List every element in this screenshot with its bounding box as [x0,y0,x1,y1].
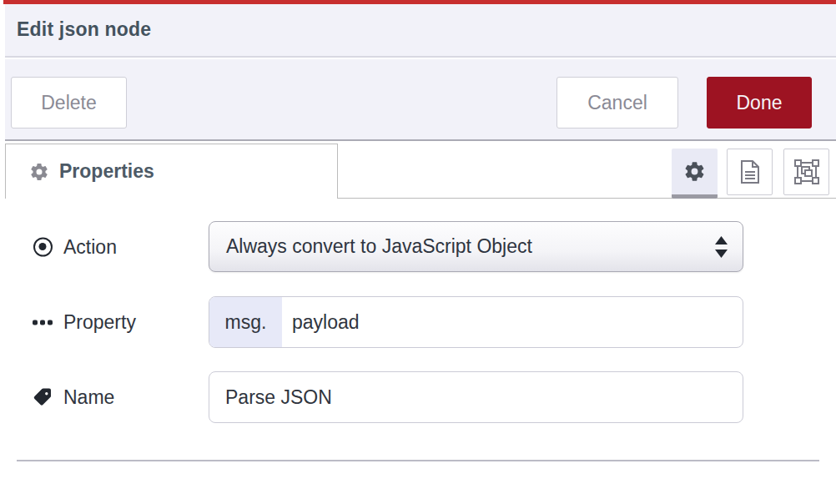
appearance-tool-button[interactable] [783,149,829,195]
ellipsis-icon [32,320,53,325]
select-arrows-icon [715,236,728,258]
tab-properties[interactable]: Properties [5,144,338,199]
action-row: Action Always convert to JavaScript Obje… [0,221,836,272]
property-input-group: msg. [209,296,743,348]
property-label: Property [32,311,136,334]
dialog-toolbar: Delete Cancel Done [5,59,836,141]
dot-circle-icon [32,237,53,256]
file-icon [739,159,761,184]
edit-properties-tool-button[interactable] [672,149,718,199]
property-input[interactable] [282,297,743,347]
name-row: Name [0,371,836,423]
action-select-value: Always convert to JavaScript Object [209,235,715,258]
tag-icon [32,387,53,407]
cancel-button[interactable]: Cancel [556,77,678,129]
action-label: Action [32,235,117,258]
done-button[interactable]: Done [707,77,812,129]
gear-icon [683,160,706,183]
description-tool-button[interactable] [727,149,773,195]
action-select[interactable]: Always convert to JavaScript Object [209,221,743,272]
tab-bar: Properties [0,141,836,199]
name-input-group [209,371,743,423]
appearance-icon [793,159,820,185]
property-row: Property msg. [0,296,836,348]
msg-prefix-badge: msg. [209,297,282,347]
name-input[interactable] [209,372,743,422]
form-divider [17,460,819,461]
dialog-header: Edit json node [5,4,836,58]
delete-button[interactable]: Delete [11,77,127,129]
tab-properties-label: Properties [59,160,154,183]
properties-form: Action Always convert to JavaScript Obje… [0,199,836,504]
dialog-title: Edit json node [17,18,151,41]
name-label: Name [32,386,114,409]
gear-icon [29,162,49,182]
edit-json-node-dialog: Edit json node Delete Cancel Done Proper… [0,0,836,504]
